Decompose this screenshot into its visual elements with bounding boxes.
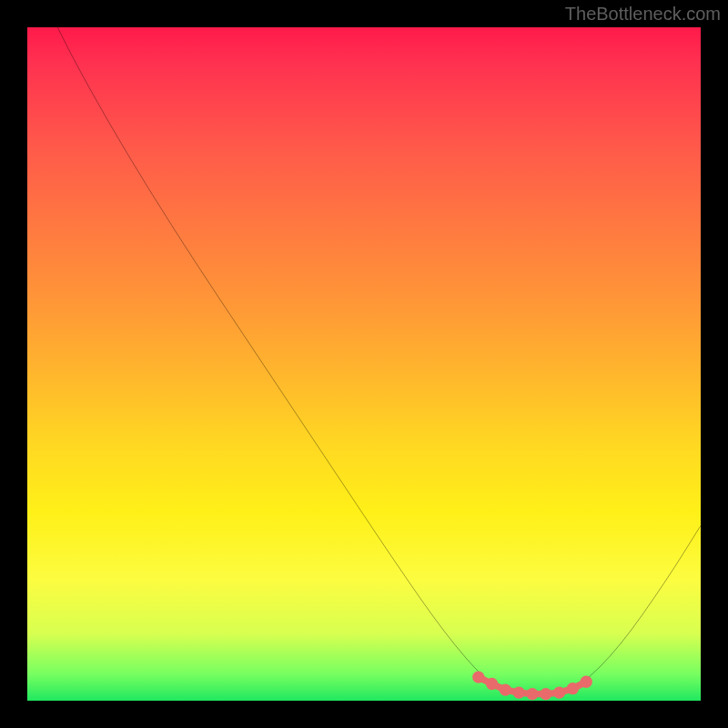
optimal-range-dot (581, 676, 592, 688)
optimal-range-dot (472, 671, 484, 682)
watermark-text: TheBottleneck.com (565, 4, 721, 25)
plot-area (27, 27, 701, 701)
optimal-range-dot (567, 682, 579, 694)
optimal-range-dot (553, 686, 565, 698)
chart-svg (27, 27, 701, 701)
optimal-range-dot (486, 678, 498, 690)
optimal-range-dots (472, 671, 592, 700)
optimal-range-dot (500, 684, 511, 696)
optimal-range-dot (526, 688, 538, 700)
optimal-range-dot (540, 688, 551, 700)
optimal-range-dot (513, 686, 525, 698)
bottleneck-curve-line (57, 27, 701, 694)
